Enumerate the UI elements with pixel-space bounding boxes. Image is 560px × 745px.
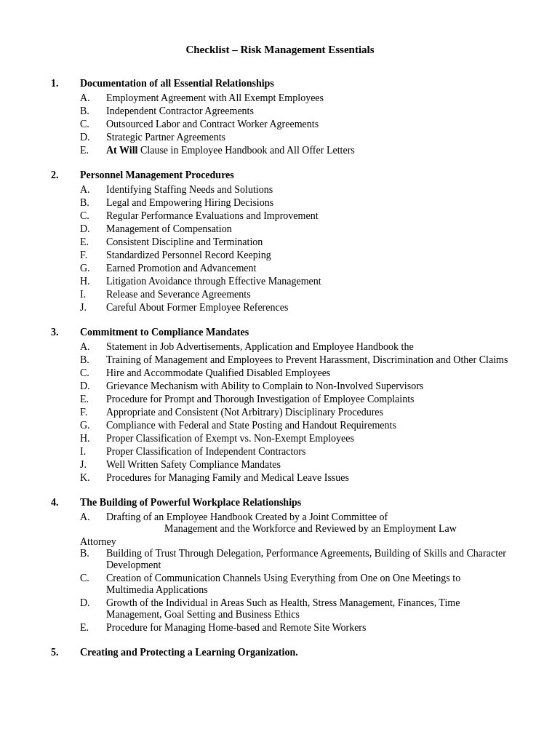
section-num: 3. xyxy=(51,327,80,338)
list-item: H.Litigation Avoidance through Effective… xyxy=(80,276,509,287)
list-item: K.Procedures for Managing Family and Med… xyxy=(80,472,509,484)
list-item: A.Statement in Job Advertisements, Appli… xyxy=(80,341,509,353)
list-item: B.Legal and Empowering Hiring Decisions xyxy=(80,197,509,209)
list-item: D.Growth of the Individual in Areas Such… xyxy=(80,597,509,621)
section-title: Commitment to Compliance Mandates xyxy=(80,327,249,338)
list-item: C.Hire and Accommodate Qualified Disable… xyxy=(80,367,509,379)
list-item: B.Training of Management and Employees t… xyxy=(80,354,509,366)
list-item: D.Strategic Partner Agreements xyxy=(80,132,509,143)
list-item: F.Appropriate and Consistent (Not Arbitr… xyxy=(80,407,509,418)
section-num: 2. xyxy=(51,170,80,181)
list-item: J.Careful About Former Employee Referenc… xyxy=(80,302,509,314)
list-item: C.Outsourced Labor and Contract Worker A… xyxy=(80,119,509,130)
section-title: Documentation of all Essential Relations… xyxy=(80,78,274,89)
list-item: D.Grievance Mechanism with Ability to Co… xyxy=(80,381,509,392)
list-item: E.Procedure for Prompt and Thorough Inve… xyxy=(80,394,509,405)
list-item: I.Proper Classification of Independent C… xyxy=(80,446,509,458)
list-item: B.Independent Contractor Agreements xyxy=(80,105,509,117)
section-2: 2.Personnel Management ProceduresA.Ident… xyxy=(51,170,509,314)
list-item: D.Management of Compensation xyxy=(80,223,509,235)
list-item: A.Employment Agreement with All Exempt E… xyxy=(80,92,509,104)
section-num: 5. xyxy=(51,647,80,658)
list-item: C.Regular Performance Evaluations and Im… xyxy=(80,210,509,222)
list-item: G.Compliance with Federal and State Post… xyxy=(80,420,509,431)
page-title: Checklist – Risk Management Essentials xyxy=(51,44,509,56)
section-1: 1.Documentation of all Essential Relatio… xyxy=(51,78,509,156)
section-title: Creating and Protecting a Learning Organ… xyxy=(80,647,298,658)
section-title: Personnel Management Procedures xyxy=(80,170,234,181)
list-item: E.At Will Clause in Employee Handbook an… xyxy=(80,145,509,156)
section-3: 3.Commitment to Compliance MandatesA.Sta… xyxy=(51,327,509,484)
list-item: E.Procedure for Managing Home-based and … xyxy=(80,622,509,634)
list-item: I.Release and Severance Agreements xyxy=(80,289,509,300)
list-item: G.Earned Promotion and Advancement xyxy=(80,263,509,274)
list-item: E.Consistent Discipline and Termination xyxy=(80,236,509,248)
sections-container: 1.Documentation of all Essential Relatio… xyxy=(51,78,509,658)
section-num: 4. xyxy=(51,497,80,509)
list-item: B.Building of Trust Through Delegation, … xyxy=(80,548,509,571)
list-item: A.Identifying Staffing Needs and Solutio… xyxy=(80,184,509,196)
section-5: 5.Creating and Protecting a Learning Org… xyxy=(51,647,509,658)
section-num: 1. xyxy=(51,78,80,89)
section-title: The Building of Powerful Workplace Relat… xyxy=(80,497,301,509)
list-item: C.Creation of Communication Channels Usi… xyxy=(80,573,509,596)
list-item: A.Drafting of an Employee Handbook Creat… xyxy=(80,511,509,535)
list-item: F.Standardized Personnel Record Keeping xyxy=(80,250,509,261)
list-item: J.Well Written Safety Compliance Mandate… xyxy=(80,459,509,471)
list-item: H.Proper Classification of Exempt vs. No… xyxy=(80,433,509,445)
attorney-text: Attorney xyxy=(80,536,509,548)
section-4: 4.The Building of Powerful Workplace Rel… xyxy=(51,497,509,634)
